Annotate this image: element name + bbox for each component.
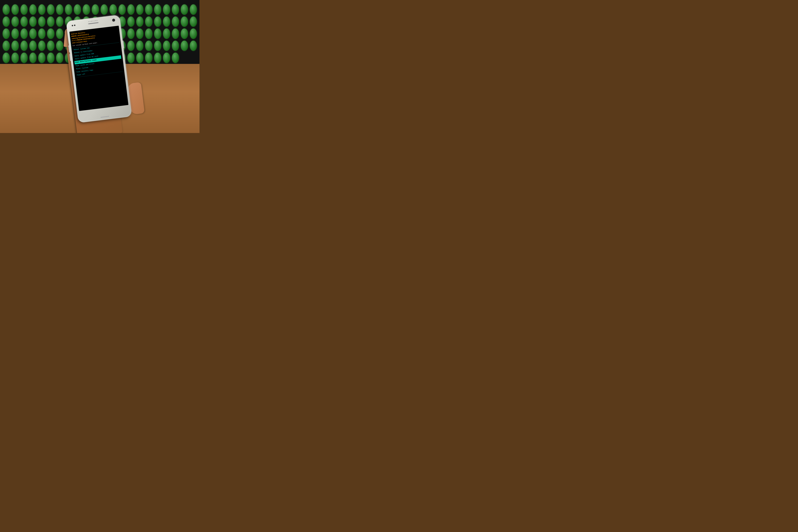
key (181, 17, 188, 27)
scene: SAMSUNG Android Recovery MMB29K.G935FXXU… (0, 0, 200, 133)
key (56, 4, 63, 15)
key (29, 28, 36, 39)
menu-list: Reboot system now Reboot to bootloader A… (73, 43, 123, 77)
key (181, 41, 188, 51)
key (172, 28, 179, 39)
key (12, 17, 19, 27)
key (172, 53, 179, 63)
key (3, 41, 10, 51)
key (38, 41, 46, 51)
key (190, 4, 197, 15)
key (29, 4, 36, 15)
key (20, 17, 28, 27)
key (47, 53, 54, 63)
key (74, 4, 81, 15)
phone-speaker (88, 22, 99, 24)
phone-sensors (72, 24, 75, 26)
key (154, 4, 161, 15)
key (181, 28, 188, 39)
key (172, 4, 179, 15)
key (92, 4, 99, 15)
key (12, 41, 19, 51)
hand-phone-assembly: SAMSUNG Android Recovery MMB29K.G935FXXU… (53, 9, 150, 133)
key (29, 41, 36, 51)
key (154, 53, 161, 63)
key (172, 17, 179, 27)
key (12, 4, 19, 15)
key (181, 4, 188, 15)
key (136, 4, 143, 15)
key (145, 4, 152, 15)
key (38, 53, 46, 63)
key (20, 41, 28, 51)
key (38, 4, 46, 15)
key (145, 41, 152, 51)
key (38, 28, 46, 39)
key (163, 41, 170, 51)
key (154, 17, 161, 27)
key (3, 17, 10, 27)
key (145, 17, 152, 27)
key (3, 28, 10, 39)
phone-camera (112, 18, 115, 22)
samsung-logo: SAMSUNG (88, 20, 98, 22)
key (172, 41, 179, 51)
key (145, 28, 152, 39)
key (190, 41, 197, 51)
key (38, 17, 46, 27)
key (163, 53, 170, 63)
phone-home-button[interactable] (101, 116, 109, 118)
key (20, 4, 28, 15)
key (3, 4, 10, 15)
key (29, 17, 36, 27)
key (163, 4, 170, 15)
key (163, 17, 170, 27)
key (47, 28, 54, 39)
key (3, 53, 10, 63)
sensor-dot-2 (74, 24, 75, 26)
key (12, 28, 19, 39)
screen-content: Android Recovery MMB29K.G935FXXU1CPJ2 sa… (69, 26, 125, 79)
key (154, 41, 161, 51)
sensor-dot-1 (72, 25, 73, 26)
key (29, 53, 36, 63)
key (12, 53, 19, 63)
key (20, 53, 28, 63)
key (47, 4, 54, 15)
key (190, 28, 197, 39)
key (163, 28, 170, 39)
key (154, 28, 161, 39)
key (20, 28, 28, 39)
key (145, 53, 152, 63)
key (83, 4, 90, 15)
phone-screen[interactable]: Android Recovery MMB29K.G935FXXU1CPJ2 sa… (69, 26, 128, 111)
key (190, 17, 197, 27)
key (65, 4, 72, 15)
phone-power-button[interactable] (123, 40, 124, 48)
key (47, 41, 54, 51)
